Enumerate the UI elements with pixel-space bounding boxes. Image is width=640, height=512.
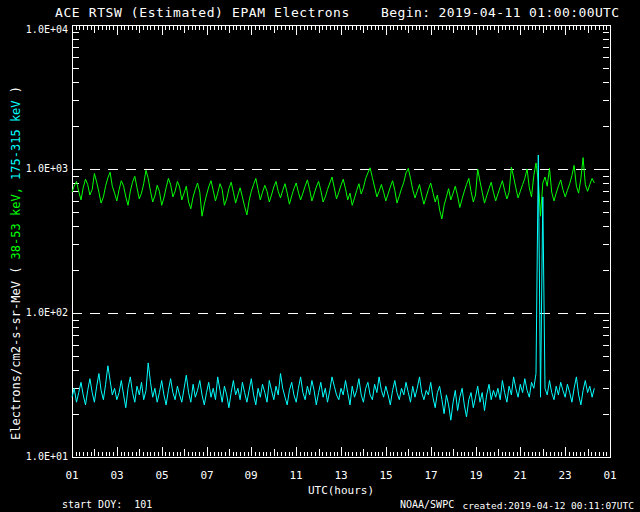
x-tick-label: 23 <box>558 469 571 482</box>
x-tick-label: 05 <box>155 469 168 482</box>
x-axis-title: UTC(hours) <box>308 484 374 497</box>
chart-canvas <box>0 0 640 512</box>
x-tick-label: 17 <box>424 469 437 482</box>
x-tick-label: 07 <box>200 469 213 482</box>
series-line-38-53-kev <box>72 158 594 219</box>
created-timestamp: created:2019-04-12 00:11:07UTC <box>462 500 634 511</box>
x-tick-label: 21 <box>513 469 526 482</box>
series-line-175-315-kev <box>72 155 594 420</box>
x-tick-label: 01 <box>65 469 78 482</box>
x-tick-label: 11 <box>289 469 302 482</box>
x-tick-label: 03 <box>110 469 123 482</box>
x-tick-label: 19 <box>469 469 482 482</box>
credit-label: NOAA/SWPC <box>400 499 454 510</box>
x-tick-label: 09 <box>244 469 257 482</box>
start-doy-label: start DOY: 101 <box>62 499 152 510</box>
x-tick-label: 13 <box>334 469 347 482</box>
x-tick-label: 15 <box>379 469 392 482</box>
chart-screen: ACE RTSW (Estimated) EPAM Electrons Begi… <box>0 0 640 512</box>
x-tick-label: 01 <box>603 469 616 482</box>
